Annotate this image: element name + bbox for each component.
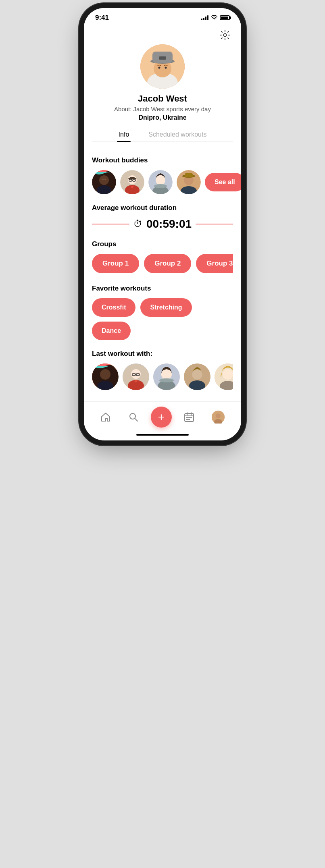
nav-add-button[interactable]: + — [151, 407, 172, 428]
nav-avatar — [212, 411, 225, 424]
home-icon — [100, 412, 111, 422]
phone-frame: 9:41 — [84, 8, 241, 440]
search-icon — [128, 412, 139, 422]
nav-profile[interactable] — [207, 409, 229, 425]
last-workout-section: Last workout with: — [92, 350, 233, 393]
svg-rect-30 — [185, 173, 193, 177]
buddies-row: See all — [92, 170, 233, 194]
wifi-icon — [211, 15, 217, 20]
header-area — [84, 25, 241, 44]
calendar-icon — [184, 412, 194, 422]
profile-about: About: Jacob West sports every day — [114, 106, 211, 112]
favorites-row: Crossfit Stretching Dance — [92, 298, 233, 340]
home-indicator — [136, 434, 189, 436]
buddy-avatar-4[interactable] — [177, 170, 201, 194]
signal-icon — [201, 15, 208, 20]
last-buddy-5[interactable] — [215, 363, 233, 390]
nav-home[interactable] — [96, 410, 116, 424]
svg-rect-64 — [188, 419, 190, 420]
fav-tag-dance[interactable]: Dance — [92, 322, 131, 340]
battery-icon — [220, 15, 230, 20]
svg-rect-63 — [186, 419, 188, 420]
svg-point-42 — [161, 369, 172, 380]
status-icons — [201, 15, 230, 20]
svg-point-13 — [102, 179, 104, 180]
svg-line-55 — [135, 419, 138, 422]
profile-location: Dnipro, Ukraine — [138, 114, 186, 121]
settings-icon — [219, 29, 231, 43]
stopwatch-icon: ⏱ — [133, 219, 142, 229]
svg-point-44 — [159, 378, 174, 382]
last-buddy-3[interactable] — [153, 363, 180, 390]
last-buddy-2[interactable] — [123, 363, 149, 390]
svg-point-8 — [158, 67, 160, 69]
buddy-avatar-3[interactable] — [148, 170, 173, 194]
duration-display: ⏱ 00:59:01 — [92, 218, 233, 230]
status-time: 9:41 — [95, 14, 109, 22]
svg-point-32 — [100, 369, 110, 380]
last-workout-title: Last workout with: — [92, 350, 233, 358]
favorites-title: Favorite workouts — [92, 284, 233, 293]
fav-tag-crossfit[interactable]: Crossfit — [92, 298, 135, 317]
svg-rect-7 — [159, 56, 166, 60]
last-buddy-1[interactable] — [92, 363, 119, 390]
add-icon: + — [158, 411, 165, 423]
tabs: Info Scheduled workouts — [92, 128, 233, 142]
favorites-section: Favorite workouts Crossfit Stretching Da… — [92, 284, 233, 340]
last-workout-row — [92, 363, 233, 393]
nav-search[interactable] — [123, 410, 144, 424]
status-bar: 9:41 — [84, 8, 241, 25]
groups-section: Groups Group 1 Group 2 Group 3 Group 4 — [92, 240, 233, 275]
group-tag-3[interactable]: Group 3 — [196, 254, 233, 273]
buddy-avatar-1[interactable] — [92, 170, 116, 194]
svg-point-0 — [224, 34, 227, 37]
fav-tag-stretching[interactable]: Stretching — [140, 298, 192, 317]
scroll-content[interactable]: Jacob West About: Jacob West sports ever… — [84, 25, 241, 440]
bottom-nav: + — [84, 401, 241, 431]
profile-section: Jacob West About: Jacob West sports ever… — [84, 44, 241, 148]
buddy-avatar-2[interactable] — [120, 170, 144, 194]
settings-button[interactable] — [217, 28, 233, 44]
duration-section: Average workout duration ⏱ 00:59:01 — [92, 204, 233, 230]
last-buddy-4[interactable] — [184, 363, 210, 390]
main-content: Workout buddies — [84, 148, 241, 393]
tab-scheduled-workouts[interactable]: Scheduled workouts — [147, 128, 208, 141]
svg-point-14 — [104, 179, 106, 180]
duration-time: 00:59:01 — [146, 218, 192, 230]
svg-point-49 — [223, 369, 233, 380]
svg-rect-60 — [186, 417, 188, 418]
svg-point-66 — [216, 413, 221, 418]
nav-calendar[interactable] — [179, 410, 199, 424]
see-all-button[interactable]: See all — [205, 173, 241, 191]
avatar — [140, 44, 185, 89]
svg-point-23 — [156, 175, 165, 185]
profile-name: Jacob West — [138, 93, 187, 104]
svg-rect-62 — [190, 417, 192, 418]
groups-title: Groups — [92, 240, 233, 248]
svg-point-46 — [192, 369, 202, 380]
duration-title: Average workout duration — [92, 204, 233, 212]
duration-line-left — [92, 224, 129, 224]
group-tag-2[interactable]: Group 2 — [144, 254, 191, 273]
workout-buddies-title: Workout buddies — [92, 156, 233, 164]
tab-info[interactable]: Info — [117, 128, 131, 141]
svg-point-11 — [99, 175, 109, 185]
groups-row: Group 1 Group 2 Group 3 Group 4 — [92, 254, 233, 275]
duration-line-right — [196, 224, 233, 224]
group-tag-1[interactable]: Group 1 — [92, 254, 139, 273]
svg-point-9 — [165, 67, 167, 69]
svg-rect-61 — [188, 417, 190, 418]
svg-point-25 — [154, 184, 167, 188]
